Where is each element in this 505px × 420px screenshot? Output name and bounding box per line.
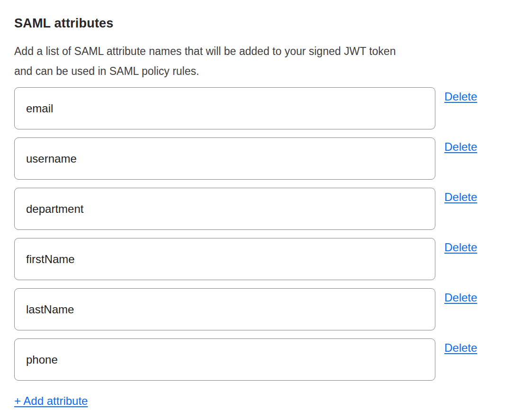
attribute-row: Delete bbox=[14, 238, 491, 280]
delete-link[interactable]: Delete bbox=[444, 140, 477, 154]
attribute-row: Delete bbox=[14, 288, 491, 330]
attribute-list: Delete Delete Delete Delete Delete Delet… bbox=[14, 87, 491, 381]
attribute-input-phone[interactable] bbox=[14, 338, 435, 381]
delete-link[interactable]: Delete bbox=[444, 241, 477, 254]
attribute-row: Delete bbox=[14, 188, 491, 230]
section-description-line2: and can be used in SAML policy rules. bbox=[14, 61, 491, 81]
attribute-input-department[interactable] bbox=[14, 188, 435, 230]
saml-attributes-section: SAML attributes Add a list of SAML attri… bbox=[0, 0, 505, 420]
delete-link[interactable]: Delete bbox=[444, 191, 477, 204]
add-attribute-link[interactable]: + Add attribute bbox=[14, 394, 88, 407]
delete-link[interactable]: Delete bbox=[444, 90, 477, 103]
attribute-input-username[interactable] bbox=[14, 137, 435, 180]
page-title: SAML attributes bbox=[14, 16, 491, 31]
attribute-input-lastname[interactable] bbox=[14, 288, 435, 330]
attribute-input-email[interactable] bbox=[14, 87, 435, 129]
attribute-row: Delete bbox=[14, 87, 491, 129]
attribute-row: Delete bbox=[14, 338, 491, 381]
delete-link[interactable]: Delete bbox=[444, 291, 477, 304]
delete-link[interactable]: Delete bbox=[444, 341, 477, 355]
section-description: Add a list of SAML attribute names that … bbox=[14, 41, 491, 81]
add-attribute-row: + Add attribute bbox=[14, 394, 491, 408]
attribute-input-firstname[interactable] bbox=[14, 238, 435, 280]
attribute-row: Delete bbox=[14, 137, 491, 180]
section-description-line1: Add a list of SAML attribute names that … bbox=[14, 41, 491, 61]
